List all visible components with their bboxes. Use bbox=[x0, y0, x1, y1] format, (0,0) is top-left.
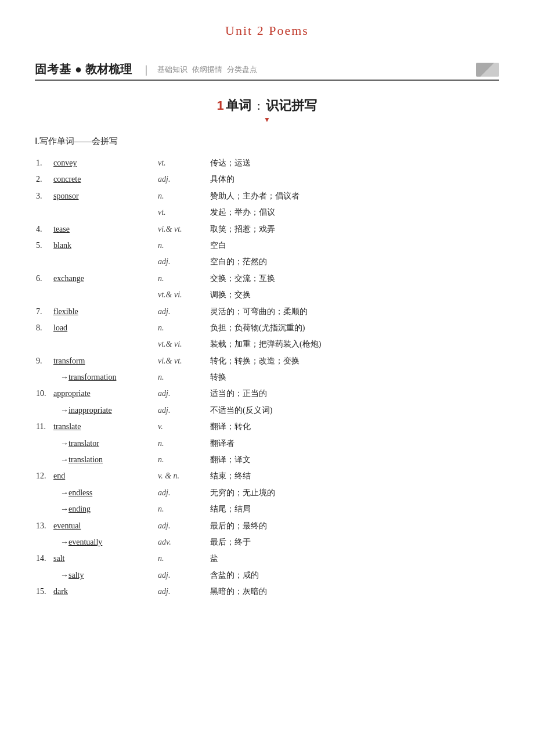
entry-word: translate bbox=[52, 419, 157, 435]
entry-number: 9. bbox=[35, 353, 52, 369]
entry-word: convey bbox=[52, 155, 157, 171]
table-row: 5.blankn.空白 bbox=[35, 237, 499, 254]
table-row: 4.teasevi.& vt.取笑；招惹；戏弄 bbox=[35, 221, 499, 237]
entry-word: load bbox=[52, 320, 157, 336]
entry-number: 12. bbox=[35, 468, 52, 484]
entry-pos: n. bbox=[157, 237, 209, 254]
entry-number bbox=[35, 435, 52, 452]
section-header-sub: 教材梳理 bbox=[85, 62, 132, 77]
entry-derivative: →translator bbox=[52, 435, 157, 452]
entry-meaning: 结尾；结局 bbox=[209, 501, 499, 517]
entry-word: flexible bbox=[52, 304, 157, 320]
entry-number: 3. bbox=[35, 188, 52, 204]
section-header-tags: 基础知识 依纲据情 分类盘点 bbox=[157, 64, 257, 75]
table-row: 7.flexibleadj.灵活的；可弯曲的；柔顺的 bbox=[35, 304, 499, 320]
entry-pos: adj. bbox=[157, 567, 209, 584]
entry-pos: v. bbox=[157, 419, 209, 435]
section-separator: ｜ bbox=[141, 63, 151, 77]
entry-meaning: 无穷的；无止境的 bbox=[209, 485, 499, 501]
table-row: →transformationn.转换 bbox=[35, 369, 499, 386]
table-row: →endlessadj.无穷的；无止境的 bbox=[35, 485, 499, 501]
table-row: →inappropriateadj.不适当的(反义词) bbox=[35, 402, 499, 419]
entry-number: 4. bbox=[35, 221, 52, 237]
entry-meaning: 负担；负荷物(尤指沉重的) bbox=[209, 320, 499, 336]
entry-derivative: →endless bbox=[52, 485, 157, 501]
table-row: vt.& vi.调换；交换 bbox=[35, 287, 499, 303]
table-row: 14.saltn.盐 bbox=[35, 550, 499, 567]
entry-pos: n. bbox=[157, 369, 209, 386]
table-row: →translatorn.翻译者 bbox=[35, 435, 499, 452]
entry-number bbox=[35, 204, 52, 221]
entry-pos: adv. bbox=[157, 534, 209, 550]
entry-derivative: →translation bbox=[52, 452, 157, 468]
vocab-number: 1 bbox=[217, 98, 224, 113]
entry-meaning: 含盐的；咸的 bbox=[209, 567, 499, 584]
entry-number: 1. bbox=[35, 155, 52, 171]
entry-number bbox=[35, 254, 52, 270]
entry-pos: vt.& vi. bbox=[157, 336, 209, 352]
entry-meaning: 结束；终结 bbox=[209, 468, 499, 484]
entry-pos: n. bbox=[157, 452, 209, 468]
entry-number bbox=[35, 287, 52, 303]
entry-pos: vt. bbox=[157, 204, 209, 221]
section-decoration bbox=[476, 63, 499, 77]
entry-number bbox=[35, 452, 52, 468]
entry-meaning: 具体的 bbox=[209, 171, 499, 188]
tag-3: 分类盘点 bbox=[227, 64, 257, 75]
entry-meaning: 盐 bbox=[209, 550, 499, 567]
table-row: 8.loadn.负担；负荷物(尤指沉重的) bbox=[35, 320, 499, 336]
entry-number: 5. bbox=[35, 237, 52, 254]
entry-word bbox=[52, 204, 157, 221]
table-row: →endingn.结尾；结局 bbox=[35, 501, 499, 517]
entry-meaning: 调换；交换 bbox=[209, 287, 499, 303]
entry-pos: adj. bbox=[157, 518, 209, 534]
table-row: vt.& vi.装载；加重；把弹药装入(枪炮) bbox=[35, 336, 499, 352]
entry-pos: vt. bbox=[157, 155, 209, 171]
section-header: 固考基 ● 教材梳理 ｜ 基础知识 依纲据情 分类盘点 bbox=[35, 62, 499, 81]
entry-pos: n. bbox=[157, 271, 209, 287]
table-row: vt.发起；举办；倡议 bbox=[35, 204, 499, 221]
entry-number bbox=[35, 336, 52, 352]
entry-number: 14. bbox=[35, 550, 52, 567]
entry-derivative: →transformation bbox=[52, 369, 157, 386]
vocab-section-heading: 1 单词 : 识记拼写 bbox=[35, 97, 499, 114]
entry-meaning: 不适当的(反义词) bbox=[209, 402, 499, 419]
table-row: adj.空白的；茫然的 bbox=[35, 254, 499, 270]
entry-number: 10. bbox=[35, 386, 52, 402]
table-row: 3.sponsorn.赞助人；主办者；倡议者 bbox=[35, 188, 499, 204]
entry-meaning: 翻译；转化 bbox=[209, 419, 499, 435]
entry-pos: adj. bbox=[157, 304, 209, 320]
table-row: 10.appropriateadj.适当的；正当的 bbox=[35, 386, 499, 402]
entry-number bbox=[35, 485, 52, 501]
section-header-main: 固考基 bbox=[35, 62, 71, 77]
entry-meaning: 翻译；译文 bbox=[209, 452, 499, 468]
table-row: 9.transformvi.& vt.转化；转换；改造；变换 bbox=[35, 353, 499, 369]
entry-meaning: 传达；运送 bbox=[209, 155, 499, 171]
entry-meaning: 交换；交流；互换 bbox=[209, 271, 499, 287]
entry-number bbox=[35, 402, 52, 419]
entry-word: dark bbox=[52, 584, 157, 600]
tag-1: 基础知识 bbox=[157, 64, 187, 75]
entry-pos: n. bbox=[157, 435, 209, 452]
entry-meaning: 黑暗的；灰暗的 bbox=[209, 584, 499, 600]
entry-meaning: 翻译者 bbox=[209, 435, 499, 452]
entry-meaning: 空白的；茫然的 bbox=[209, 254, 499, 270]
entry-meaning: 赞助人；主办者；倡议者 bbox=[209, 188, 499, 204]
entry-number: 13. bbox=[35, 518, 52, 534]
entry-pos: n. bbox=[157, 550, 209, 567]
entry-meaning: 最后的；最终的 bbox=[209, 518, 499, 534]
entry-word: sponsor bbox=[52, 188, 157, 204]
entry-pos: vi.& vt. bbox=[157, 221, 209, 237]
entry-meaning: 灵活的；可弯曲的；柔顺的 bbox=[209, 304, 499, 320]
entry-meaning: 装载；加重；把弹药装入(枪炮) bbox=[209, 336, 499, 352]
entry-word: end bbox=[52, 468, 157, 484]
entry-word: exchange bbox=[52, 271, 157, 287]
entry-meaning: 空白 bbox=[209, 237, 499, 254]
entry-pos: n. bbox=[157, 501, 209, 517]
entry-word bbox=[52, 254, 157, 270]
entry-word: tease bbox=[52, 221, 157, 237]
table-row: 11.translatev.翻译；转化 bbox=[35, 419, 499, 435]
page-title: Unit 2 Poems bbox=[35, 23, 499, 38]
entry-number bbox=[35, 501, 52, 517]
entry-number bbox=[35, 567, 52, 584]
